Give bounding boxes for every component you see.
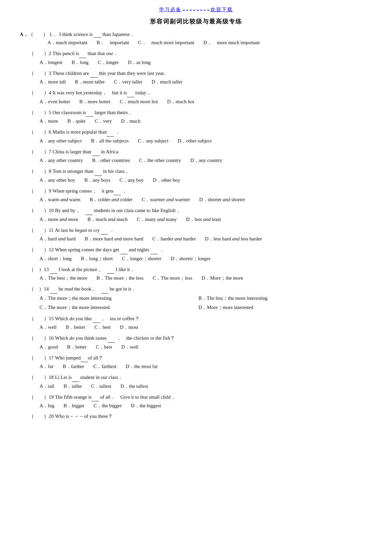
q-num: 12	[49, 246, 54, 254]
header-link1[interactable]: 学习必备	[159, 7, 182, 12]
q-num: 18	[49, 373, 54, 382]
option-a: A．far	[40, 362, 54, 371]
option-b: B．long	[71, 58, 89, 67]
options-row-11: A．hard and hard B．more hard and more har…	[20, 234, 372, 243]
q-num: 8	[49, 167, 51, 176]
options-row-12: A．short；long B．long；short C．longer；short…	[20, 254, 372, 263]
question-8: （ ） 8 Tom is stronger than in his class．…	[20, 167, 372, 185]
q-num: 3	[49, 69, 51, 78]
question-15: （ ） 15 Which do you like ， tea or coffee…	[20, 314, 372, 332]
question-12: （ ） 12 When spring comes the days get an…	[20, 245, 372, 263]
option-b: B．long；short	[81, 254, 113, 263]
options-row-7: A．any other country B．other countries C．…	[20, 156, 372, 165]
q-text: Which do you think tastes ， the chicken …	[55, 334, 175, 343]
q6-row: （ ） 6 Maths is more popular than ．	[20, 128, 372, 137]
q-text: China is larger than in Africa	[53, 147, 119, 156]
bracket: （ ）	[29, 187, 49, 196]
question-7: （ ） 7 China is larger than in Africa A．a…	[20, 147, 372, 165]
q-text: Maths is more popular than ．	[53, 128, 121, 137]
question-17: （ ） 17 Who jumped of all？ A．far B．farthe…	[20, 354, 372, 371]
q-num: 9	[49, 187, 51, 196]
option-a: A．any other boy	[40, 176, 75, 185]
option-b: B．The less；the more interesting	[199, 293, 349, 303]
bracket: （ ）	[29, 373, 49, 382]
q12-row: （ ） 12 When spring comes the days get an…	[20, 245, 372, 254]
q-num: 16	[49, 334, 54, 343]
option-b: B．other countries	[92, 156, 130, 165]
options-row-16: A．good B．better C．best D．well	[20, 343, 372, 352]
questions-container: A． （ ） 1． I think science is than Japane…	[20, 31, 372, 421]
option-d: D．the biggest	[131, 401, 161, 410]
bracket: （ ）	[29, 246, 49, 254]
bracket: （ ）	[29, 354, 49, 362]
options-row-3: A．more tall B．more taller C．very taller …	[20, 77, 372, 86]
q9-row: （ ） 9 When spring comes， it gets ．	[20, 187, 372, 196]
option-b: B．better	[67, 343, 87, 352]
bracket: （ ）	[29, 108, 49, 117]
section-label: A．	[20, 31, 28, 38]
option-a: A．much important	[47, 38, 87, 47]
q19-row: （ ） 19 The fifth orange is of all． Give …	[20, 393, 372, 402]
question-16: （ ） 16 Which do you think tastes ， the c…	[20, 334, 372, 352]
options-row-14-cd: C．The more；the more interested D．More；mo…	[20, 303, 372, 312]
options-row-1: A．much important B． important C． much mo…	[20, 38, 372, 47]
q-num: 2	[49, 49, 51, 58]
option-a: A．any other subject	[40, 137, 82, 145]
option-d: D．less hard and less harder	[205, 234, 262, 243]
q-num: 11	[49, 226, 53, 235]
option-c: C．harder and harder	[153, 234, 196, 243]
blank	[95, 167, 102, 176]
blank1	[50, 265, 57, 274]
option-b: B．more taller	[75, 77, 105, 86]
option-a: A．longest	[40, 58, 62, 67]
blank	[72, 373, 79, 382]
q-num: 17	[49, 354, 54, 362]
options-row-17: A．far B．farther C．farthest D．the most fa…	[20, 362, 372, 371]
option-b: B．taller	[64, 382, 82, 391]
options-row-6: A．any other subject B．all the subjects C…	[20, 137, 372, 145]
blank	[114, 187, 121, 196]
option-d: D．the most far	[126, 362, 158, 371]
q-num: 6	[49, 128, 51, 137]
option-d: D．much hot	[167, 97, 194, 106]
q13-row: （ ） 13 I look at the picture， I like it．	[20, 265, 372, 274]
option-b: B．bigger	[64, 401, 84, 410]
question-18: （ ） 18 Li Lei is student in our class． A…	[20, 373, 372, 391]
options-row-18: A．tall B．taller C．tallest D．the tallest	[20, 382, 372, 391]
bracket: （ ）	[29, 89, 49, 97]
blank	[108, 334, 115, 343]
q2-row: （ ） 2 This pencil is than that one．	[20, 49, 372, 58]
q-text: When spring comes the days get and night…	[55, 245, 164, 254]
bracket: （ ）	[29, 206, 49, 215]
option-b: B．farther	[63, 362, 84, 371]
bracket: （ ）	[29, 69, 49, 78]
question-13: （ ） 13 I look at the picture， I like it．…	[20, 265, 372, 283]
option-a: A．more tall	[40, 77, 66, 86]
option-d: D．much	[121, 117, 140, 126]
bracket: （ ）	[29, 393, 49, 402]
q-text: At last he began to cry ．	[55, 226, 114, 235]
option-a: A．big	[40, 401, 54, 410]
q-text: Which do you like ， tea or coffee？	[55, 314, 140, 323]
q-text: By and by， students in our class came to…	[55, 206, 181, 215]
bracket: （ ）	[29, 334, 49, 343]
q-text: Who jumped of all？	[55, 354, 103, 362]
bracket: （ ）	[29, 315, 49, 323]
question-3: （ ） 3 These children are this year than …	[20, 69, 372, 87]
blank	[93, 147, 100, 156]
q16-row: （ ） 16 Which do you think tastes ， the c…	[20, 334, 372, 343]
blank	[92, 393, 99, 402]
option-c: C． much more important	[138, 38, 194, 47]
header-link2[interactable]: 欢迎下载	[210, 7, 233, 12]
option-d: D． more much important	[204, 38, 260, 47]
q-text: This pencil is than that one．	[53, 49, 118, 58]
q-text: he read the book， he got in it．	[50, 285, 136, 293]
option-b: B． important	[97, 38, 129, 47]
bracket: （ ）	[29, 148, 49, 156]
bracket: （ ）	[29, 285, 44, 293]
option-d: D．More；the more	[202, 274, 243, 283]
q7-row: （ ） 7 China is larger than in Africa	[20, 147, 372, 156]
page-header: 学习必备欢迎下载	[20, 7, 372, 13]
option-d: D．the tallest	[121, 382, 148, 391]
page-title: 形容词副词比较级与最高级专练	[20, 17, 372, 25]
